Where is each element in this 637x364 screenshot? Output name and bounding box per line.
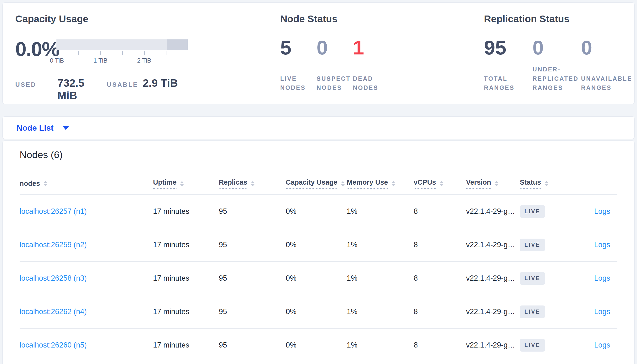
- view-selector-dropdown[interactable]: Node List: [17, 123, 69, 132]
- status-badge: LIVE: [520, 272, 545, 285]
- tick-label-2: 2 TiB: [137, 57, 151, 64]
- logs-link[interactable]: Logs: [594, 240, 610, 249]
- capacity-usage-cell: 0%: [286, 207, 347, 216]
- nodes-title: Nodes (6): [20, 149, 617, 161]
- capacity-usage-title: Capacity Usage: [15, 14, 269, 24]
- capacity-meter-tick-labels: 0 TiB 1 TiB 2 TiB: [57, 57, 188, 64]
- suspect-nodes-stat: 0 SUSPECT NODES: [316, 38, 353, 92]
- under-replicated-ranges-count: 0: [532, 38, 581, 58]
- uptime-cell: 17 minutes: [153, 274, 219, 282]
- vcpus-cell: 8: [414, 308, 466, 316]
- total-ranges-count: 95: [484, 38, 532, 58]
- column-header-uptime[interactable]: Uptime: [153, 178, 219, 189]
- status-badge: LIVE: [520, 205, 545, 218]
- replicas-cell: 95: [219, 341, 286, 350]
- capacity-usage-section: Capacity Usage 0.0% 0 TiB 1 TiB 2 TiB: [15, 14, 269, 102]
- suspect-nodes-count: 0: [316, 38, 353, 58]
- memory-use-cell: 1%: [347, 274, 414, 282]
- column-header-vcpus[interactable]: vCPUs: [414, 178, 466, 189]
- node-status-section: Node Status 5 LIVE NODES 0 SUSPECT NODES…: [280, 14, 448, 92]
- column-header-memory-use[interactable]: Memory Use: [347, 178, 414, 189]
- version-cell: v22.1.4-29-g…: [466, 240, 520, 249]
- vcpus-cell: 8: [414, 274, 466, 282]
- table-row: localhost:26259 (n2) 17 minutes 95 0% 1%…: [20, 228, 617, 262]
- column-header-version[interactable]: Version: [466, 178, 520, 189]
- version-cell: v22.1.4-29-g…: [466, 274, 520, 282]
- sort-icon: [440, 181, 444, 186]
- node-address-link[interactable]: localhost:26258 (n3): [20, 274, 87, 282]
- memory-use-cell: 1%: [347, 308, 414, 316]
- logs-link[interactable]: Logs: [594, 341, 610, 349]
- status-badge: LIVE: [520, 238, 545, 251]
- cluster-summary-card: Capacity Usage 0.0% 0 TiB 1 TiB 2 TiB: [3, 2, 634, 104]
- uptime-cell: 17 minutes: [153, 308, 219, 316]
- used-label: USED: [15, 81, 57, 88]
- usable-value: 2.9 TiB: [143, 77, 178, 89]
- replicas-cell: 95: [219, 240, 286, 249]
- table-row: localhost:26258 (n3) 17 minutes 95 0% 1%…: [20, 262, 617, 295]
- capacity-used-usable-row: USED 732.5 MiB USABLE 2.9 TiB: [15, 77, 269, 102]
- vcpus-cell: 8: [414, 240, 466, 249]
- replicas-cell: 95: [219, 207, 286, 216]
- usable-label: USABLE: [107, 81, 143, 88]
- memory-use-cell: 1%: [347, 341, 414, 350]
- version-cell: v22.1.4-29-g…: [466, 308, 520, 316]
- dead-nodes-count: 1: [353, 38, 389, 58]
- vcpus-cell: 8: [414, 341, 466, 350]
- cluster-overview-page: Capacity Usage 0.0% 0 TiB 1 TiB 2 TiB: [0, 0, 637, 364]
- logs-link[interactable]: Logs: [594, 308, 610, 316]
- memory-use-cell: 1%: [347, 240, 414, 249]
- sort-icon: [180, 181, 184, 186]
- status-badge: LIVE: [520, 306, 545, 318]
- table-row: localhost:26262 (n4) 17 minutes 95 0% 1%…: [20, 295, 617, 329]
- capacity-meter-row: 0.0% 0 TiB 1 TiB 2 TiB: [15, 39, 269, 64]
- sort-icon: [545, 181, 548, 186]
- under-replicated-ranges-label: UNDER-REPLICATED RANGES: [532, 65, 581, 92]
- live-nodes-label: LIVE NODES: [280, 74, 316, 93]
- column-header-replicas[interactable]: Replicas: [219, 178, 286, 189]
- version-cell: v22.1.4-29-g…: [466, 341, 520, 350]
- uptime-cell: 17 minutes: [153, 341, 219, 350]
- replication-status-stats: 95 TOTAL RANGES 0 UNDER-REPLICATED RANGE…: [484, 38, 634, 92]
- live-nodes-stat: 5 LIVE NODES: [280, 38, 316, 92]
- replication-status-title: Replication Status: [484, 14, 634, 24]
- status-badge: LIVE: [520, 339, 545, 352]
- used-value: 732.5 MiB: [57, 77, 107, 102]
- column-header-capacity-usage[interactable]: Capacity Usage: [286, 178, 347, 189]
- capacity-meter-ticks: [57, 51, 188, 56]
- capacity-usage-cell: 0%: [286, 240, 347, 249]
- nodes-card: Nodes (6) nodes Uptime Replicas Capacity…: [3, 140, 634, 364]
- vcpus-cell: 8: [414, 207, 466, 216]
- table-header-row: nodes Uptime Replicas Capacity Usage Mem…: [20, 178, 617, 195]
- column-header-nodes[interactable]: nodes: [20, 180, 153, 188]
- capacity-meter: 0 TiB 1 TiB 2 TiB: [57, 40, 188, 64]
- tick-label-1: 1 TiB: [93, 57, 107, 64]
- chevron-down-icon: [62, 126, 69, 130]
- uptime-cell: 17 minutes: [153, 207, 219, 216]
- node-status-stats: 5 LIVE NODES 0 SUSPECT NODES 1 DEAD NODE…: [280, 38, 448, 92]
- capacity-usage-cell: 0%: [286, 308, 347, 316]
- sort-icon: [44, 181, 47, 186]
- column-header-status[interactable]: Status: [520, 178, 568, 189]
- unavailable-ranges-count: 0: [581, 38, 629, 58]
- sort-icon: [251, 181, 255, 186]
- dead-nodes-label: DEAD NODES: [353, 74, 389, 93]
- memory-use-cell: 1%: [347, 207, 414, 216]
- logs-link[interactable]: Logs: [594, 207, 610, 216]
- uptime-cell: 17 minutes: [153, 240, 219, 249]
- view-selector-label: Node List: [17, 123, 54, 132]
- node-address-link[interactable]: localhost:26257 (n1): [20, 207, 87, 216]
- logs-link[interactable]: Logs: [594, 274, 610, 282]
- capacity-usage-cell: 0%: [286, 341, 347, 350]
- under-replicated-ranges-stat: 0 UNDER-REPLICATED RANGES: [532, 38, 581, 92]
- node-address-link[interactable]: localhost:26260 (n5): [20, 341, 87, 349]
- unavailable-ranges-label: UNAVAILABLE RANGES: [581, 74, 629, 93]
- total-ranges-stat: 95 TOTAL RANGES: [484, 38, 532, 92]
- replicas-cell: 95: [219, 308, 286, 316]
- live-nodes-count: 5: [280, 38, 316, 58]
- tick-label-0: 0 TiB: [50, 57, 64, 64]
- total-ranges-label: TOTAL RANGES: [484, 74, 532, 93]
- node-address-link[interactable]: localhost:26259 (n2): [20, 240, 87, 249]
- node-address-link[interactable]: localhost:26262 (n4): [20, 308, 87, 316]
- sort-icon: [391, 181, 395, 186]
